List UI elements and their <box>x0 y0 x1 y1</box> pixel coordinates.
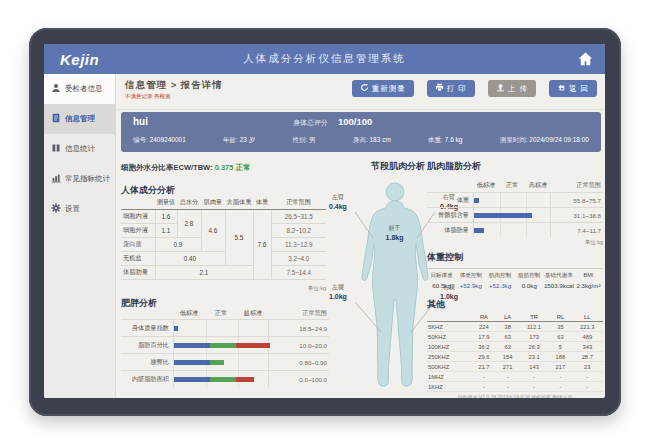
bar-track <box>473 208 551 222</box>
normal-range: 31.1~38.8 <box>551 212 603 219</box>
obesity-table: 低标准正常超标准 正常范围身体质量指数 18.5~24.9脂肪百分比 10.0~… <box>121 308 329 387</box>
sidebar-item-label: 受检者信息 <box>65 84 103 94</box>
body-comp-table: 测量值总水分 肌肉量去脂体重 体重正常范围 细胞内液 1.6 2.8 4.6 5… <box>121 196 326 280</box>
app-header: Kejin 人体成分分析仪信息管理系统 <box>44 44 605 74</box>
segment-trunk: 躯干1.8kg <box>386 224 404 244</box>
wc-value: +52.3kg <box>485 281 514 292</box>
ecw-label: 细胞外水分比率ECW/TBW: <box>121 163 213 172</box>
weight-control-col: BMI2.3kg/m² <box>574 271 603 291</box>
toolbar-button-1[interactable]: 打 印 <box>427 80 475 97</box>
segment-left-leg: 左腿1.0kg <box>329 283 347 303</box>
table-row: 细胞内液 1.6 2.8 4.6 5.5 7.6 26.5~31.5 <box>121 210 326 224</box>
row-label: 脂肪百分比 <box>121 341 173 350</box>
normal-range: 55.8~75.7 <box>551 197 603 204</box>
bar-track <box>473 193 551 207</box>
row-label: 体重 <box>427 196 473 205</box>
page: Kejin 人体成分分析仪信息管理系统 受检者信息信息管理信息统计常见指标统计设… <box>0 0 650 441</box>
button-label: 打 印 <box>447 84 467 94</box>
impedance-row: 100KHZ36.26326.35343 <box>427 342 603 352</box>
patient-field: 编号: 2409240001 <box>133 136 186 145</box>
refresh-icon <box>360 83 369 94</box>
app-title: 人体成分分析仪信息管理系统 <box>44 52 605 66</box>
wc-value: 60.5kg <box>427 281 456 292</box>
patient-info-bar: hui 身体总评分 100/100 编号: 2409240001年龄: 23 岁… <box>121 112 601 152</box>
button-label: 上 传 <box>508 84 528 94</box>
row-label: 骨骼肌含量 <box>427 211 473 220</box>
muscle-fat-unit: 单位:kg <box>427 239 603 246</box>
bar-track <box>173 354 269 370</box>
table-row: 无机盐 0.40 3.2~4.0 <box>121 252 326 266</box>
toolbar-button-0[interactable]: 重新测量 <box>352 80 414 97</box>
weight-control-col: 体重控制+52.9kg <box>456 271 485 291</box>
sidebar-item-label: 常见指标统计 <box>65 174 110 184</box>
normal-range: 18.5~24.9 <box>269 325 329 332</box>
right-column: 肌肉脂肪分析 低标准正常高标准 正常范围体重 55.8~75.7骨骼肌含量 31… <box>427 160 603 398</box>
muscle-fat-row: 体脂肪量 7.4~11.7 <box>427 222 603 237</box>
toolbar-button-2[interactable]: 上 传 <box>488 80 536 97</box>
wc-label: 目标体重 <box>430 272 452 278</box>
gear-icon <box>51 203 61 215</box>
weight-control-table: 目标体重60.5kg体重控制+52.9kg肌肉控制+52.3kg脂肪控制0.0k… <box>427 268 603 291</box>
sidebar-item-label: 信息统计 <box>65 144 95 154</box>
wc-label: 脂肪控制 <box>518 272 540 278</box>
normal-range: 10.0~20.0 <box>269 342 329 349</box>
wc-value: 2.3kg/m² <box>574 281 603 292</box>
table-row: 体脂肪量 2.1 7.5~14.4 <box>121 266 326 280</box>
patient-fields: 编号: 2409240001年龄: 23 岁性别: 男身高: 183 cm体重:… <box>133 136 589 145</box>
wc-value: +52.9kg <box>456 281 485 292</box>
sidebar-item-3[interactable]: 常见指标统计 <box>44 164 115 194</box>
toolbar-buttons: 重新测量打 印上 传返 回 <box>352 80 597 97</box>
app-screen: Kejin 人体成分分析仪信息管理系统 受检者信息信息管理信息统计常见指标统计设… <box>44 44 605 398</box>
wc-label: 体重控制 <box>460 272 482 278</box>
muscle-fat-header: 低标准正常高标准 正常范围 <box>427 181 603 192</box>
wc-label: 肌肉控制 <box>489 272 511 278</box>
muscle-fat-row: 骨骼肌含量 31.1~38.8 <box>427 207 603 222</box>
wc-value: 1503.9kcal <box>544 281 574 292</box>
bar-track <box>173 320 269 336</box>
weight-control-col: 基础代谢率1503.9kcal <box>544 271 574 291</box>
bar-track <box>173 337 269 353</box>
breadcrumb[interactable]: 信息管理 > 报告详情 <box>125 79 223 92</box>
patient-field: 体重: 7.6 kg <box>428 136 462 145</box>
footer-text: 软件版本:V2.0.28 2019年09月28 版权所有 翻版必究 <box>427 394 603 398</box>
value-bar <box>474 228 484 233</box>
home-icon[interactable] <box>578 52 593 66</box>
toolbar-button-3[interactable]: 返 回 <box>549 80 597 97</box>
bar-track <box>173 371 269 387</box>
others-title: 其他 <box>427 298 603 311</box>
toolbar: 信息管理 > 报告详情 不满意记录 再检测 重新测量打 印上 传返 回 <box>116 74 605 110</box>
patient-field: 身高: 183 cm <box>353 136 391 145</box>
bar-chart-icon <box>51 173 61 185</box>
book-icon <box>51 143 61 155</box>
ecw-ratio-line: 细胞外水分比率ECW/TBW: 0.375 正常 <box>121 163 251 173</box>
sidebar-item-0[interactable]: 受检者信息 <box>44 74 115 104</box>
button-label: 返 回 <box>569 84 589 94</box>
sidebar-item-4[interactable]: 设置 <box>44 194 115 224</box>
impedance-table: RALATRRLLL5KHZ22438112.135221.350KHZ17.9… <box>427 313 603 392</box>
row-label: 体脂肪量 <box>427 226 473 235</box>
normal-range: 7.4~11.7 <box>551 227 603 234</box>
score-label: 身体总评分 <box>293 118 328 128</box>
wc-label: 基础代谢率 <box>545 272 573 278</box>
upload-icon <box>496 83 505 94</box>
weight-control-col: 肌肉控制+52.3kg <box>485 271 514 291</box>
obesity-row: 腰臀比 0.80~0.90 <box>121 353 329 370</box>
value-bar <box>174 360 224 365</box>
weight-control-col: 目标体重60.5kg <box>427 271 456 291</box>
button-label: 重新测量 <box>372 84 406 94</box>
impedance-row: 5KHZ22438112.135221.3 <box>427 322 603 332</box>
breadcrumb-note[interactable]: 不满意记录 再检测 <box>125 93 171 100</box>
value-bar <box>174 377 254 382</box>
obesity-row: 内脏脂肪面积 0.0~100.0 <box>121 370 329 387</box>
patient-field: 年龄: 23 岁 <box>223 136 255 145</box>
sidebar-item-1[interactable]: 信息管理 <box>44 104 115 134</box>
sidebar-item-2[interactable]: 信息统计 <box>44 134 115 164</box>
person-icon <box>51 83 61 95</box>
weight-control-col: 脂肪控制0.0kg <box>515 271 544 291</box>
score-value: 100/100 <box>338 116 372 127</box>
obesity-row: 身体质量指数 18.5~24.9 <box>121 319 329 336</box>
wc-label: BMI <box>583 272 593 278</box>
impedance-row: 1MHZ----- <box>427 372 603 382</box>
obesity-header: 低标准正常超标准 正常范围 <box>121 308 329 319</box>
body-comp-header: 测量值总水分 肌肉量去脂体重 体重正常范围 <box>121 196 326 210</box>
